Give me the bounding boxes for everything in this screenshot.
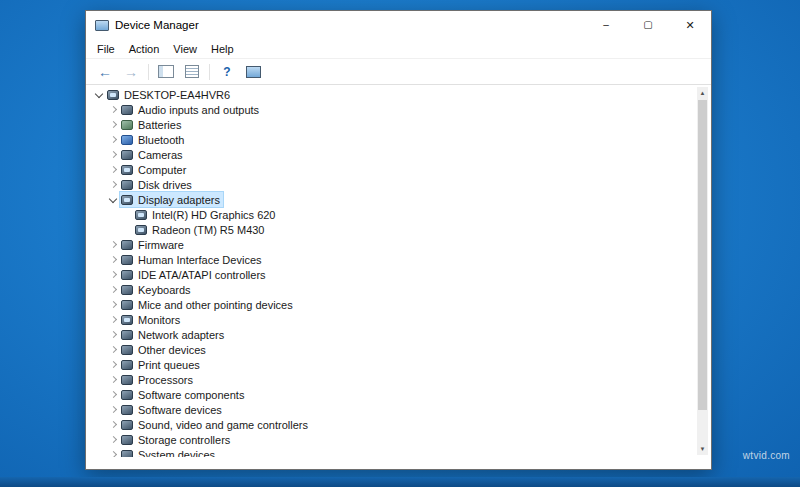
back-button[interactable] xyxy=(93,62,117,82)
chevron-collapsed-icon[interactable] xyxy=(108,405,120,415)
help-button[interactable] xyxy=(215,62,239,82)
tree-item-label: IDE ATA/ATAPI controllers xyxy=(138,269,266,281)
menu-item-view[interactable]: View xyxy=(166,41,204,57)
tree-item[interactable]: Sound, video and game controllers xyxy=(86,417,711,432)
tree-item[interactable]: Bluetooth xyxy=(86,132,711,147)
scroll-up-icon[interactable]: ▲ xyxy=(697,87,708,99)
tree-item[interactable]: Human Interface Devices xyxy=(86,252,711,267)
tree-item[interactable]: Radeon (TM) R5 M430 xyxy=(86,222,711,237)
tree-item-content[interactable]: IDE ATA/ATAPI controllers xyxy=(120,267,269,282)
tree-item[interactable]: Audio inputs and outputs xyxy=(86,102,711,117)
tree-item-content[interactable]: Software components xyxy=(120,387,247,402)
tree-item-content[interactable]: Sound, video and game controllers xyxy=(120,417,311,432)
chevron-expanded-icon[interactable] xyxy=(108,195,120,205)
monitor-icon xyxy=(121,315,133,325)
tree-item-content[interactable]: Disk drives xyxy=(120,177,195,192)
scan-hardware-button[interactable] xyxy=(241,62,265,82)
tree-item-content[interactable]: Storage controllers xyxy=(120,432,233,447)
chevron-collapsed-icon[interactable] xyxy=(108,420,120,430)
tree-item[interactable]: Software components xyxy=(86,387,711,402)
tree-item-content[interactable]: Other devices xyxy=(120,342,209,357)
tree-item[interactable]: Mice and other pointing devices xyxy=(86,297,711,312)
tree-item[interactable]: Keyboards xyxy=(86,282,711,297)
chevron-collapsed-icon[interactable] xyxy=(108,135,120,145)
tree-item[interactable]: Cameras xyxy=(86,147,711,162)
chevron-collapsed-icon[interactable] xyxy=(108,120,120,130)
chevron-collapsed-icon[interactable] xyxy=(108,165,120,175)
tree-item[interactable]: Other devices xyxy=(86,342,711,357)
tree-item[interactable]: Intel(R) HD Graphics 620 xyxy=(86,207,711,222)
desktop: Device Manager – ▢ ✕ FileActionViewHelp … xyxy=(0,0,800,487)
tree-item[interactable]: Disk drives xyxy=(86,177,711,192)
tree-item-content[interactable]: Computer xyxy=(120,162,189,177)
tree-item[interactable]: Print queues xyxy=(86,357,711,372)
tree-item[interactable]: Display adapters xyxy=(86,192,711,207)
chevron-collapsed-icon[interactable] xyxy=(108,300,120,310)
chevron-collapsed-icon[interactable] xyxy=(108,255,120,265)
tree-item-content[interactable]: Print queues xyxy=(120,357,203,372)
tree-item[interactable]: Processors xyxy=(86,372,711,387)
chevron-collapsed-icon[interactable] xyxy=(108,330,120,340)
tree-item-content[interactable]: Processors xyxy=(120,372,196,387)
tree-item-content[interactable]: DESKTOP-EA4HVR6 xyxy=(106,87,233,102)
tree-item[interactable]: Network adapters xyxy=(86,327,711,342)
device-manager-window: Device Manager – ▢ ✕ FileActionViewHelp … xyxy=(85,10,712,470)
minimize-button[interactable]: – xyxy=(585,11,627,39)
tree-item[interactable]: Firmware xyxy=(86,237,711,252)
properties-button[interactable] xyxy=(180,62,204,82)
tree-item[interactable]: Software devices xyxy=(86,402,711,417)
scroll-down-icon[interactable]: ▼ xyxy=(697,443,708,455)
tree-item-content[interactable]: Network adapters xyxy=(120,327,227,342)
chevron-collapsed-icon[interactable] xyxy=(108,150,120,160)
tree-item[interactable]: System devices xyxy=(86,447,711,457)
tree-item-selected[interactable]: Display adapters xyxy=(120,192,223,207)
tree-item-content[interactable]: System devices xyxy=(120,447,218,457)
tree-item-content[interactable]: Monitors xyxy=(120,312,183,327)
chevron-collapsed-icon[interactable] xyxy=(108,345,120,355)
tree-item[interactable]: Computer xyxy=(86,162,711,177)
tree-item-label: Intel(R) HD Graphics 620 xyxy=(152,209,276,221)
tree-item-content[interactable]: Keyboards xyxy=(120,282,194,297)
tree-item-content[interactable]: Audio inputs and outputs xyxy=(120,102,262,117)
chevron-collapsed-icon[interactable] xyxy=(108,285,120,295)
chevron-collapsed-icon[interactable] xyxy=(108,435,120,445)
scrollbar-thumb[interactable] xyxy=(698,100,707,410)
software-component-icon xyxy=(121,390,133,400)
chevron-collapsed-icon[interactable] xyxy=(108,180,120,190)
tree-item[interactable]: IDE ATA/ATAPI controllers xyxy=(86,267,711,282)
tree-item[interactable]: DESKTOP-EA4HVR6 xyxy=(86,87,711,102)
chevron-expanded-icon[interactable] xyxy=(94,90,106,100)
chevron-collapsed-icon[interactable] xyxy=(108,390,120,400)
window-footer xyxy=(86,457,711,469)
chevron-collapsed-icon[interactable] xyxy=(108,270,120,280)
tree-item-content[interactable]: Software devices xyxy=(120,402,225,417)
show-console-tree-button[interactable] xyxy=(154,62,178,82)
title-bar[interactable]: Device Manager – ▢ ✕ xyxy=(86,11,711,39)
tree-item-content[interactable]: Radeon (TM) R5 M430 xyxy=(134,222,268,237)
tree-item-content[interactable]: Firmware xyxy=(120,237,187,252)
chevron-collapsed-icon[interactable] xyxy=(108,105,120,115)
chevron-collapsed-icon[interactable] xyxy=(108,360,120,370)
chevron-collapsed-icon[interactable] xyxy=(108,450,120,458)
tree-item[interactable]: Monitors xyxy=(86,312,711,327)
forward-button[interactable] xyxy=(119,62,143,82)
tree-item-content[interactable]: Cameras xyxy=(120,147,186,162)
menu-item-help[interactable]: Help xyxy=(204,41,241,57)
chevron-collapsed-icon[interactable] xyxy=(108,315,120,325)
menu-item-file[interactable]: File xyxy=(90,41,122,57)
menu-item-action[interactable]: Action xyxy=(122,41,167,57)
chevron-collapsed-icon[interactable] xyxy=(108,375,120,385)
tree-item-content[interactable]: Bluetooth xyxy=(120,132,187,147)
tree-item[interactable]: Batteries xyxy=(86,117,711,132)
tree-item-content[interactable]: Intel(R) HD Graphics 620 xyxy=(134,207,279,222)
close-button[interactable]: ✕ xyxy=(669,11,711,39)
vertical-scrollbar[interactable]: ▲ ▼ xyxy=(697,87,708,455)
storage-controller-icon xyxy=(121,435,133,445)
tree-item-content[interactable]: Batteries xyxy=(120,117,184,132)
tree-item[interactable]: Storage controllers xyxy=(86,432,711,447)
tree-item-content[interactable]: Human Interface Devices xyxy=(120,252,265,267)
chevron-collapsed-icon[interactable] xyxy=(108,240,120,250)
maximize-button[interactable]: ▢ xyxy=(627,11,669,39)
tree-item-label: Disk drives xyxy=(138,179,192,191)
tree-item-content[interactable]: Mice and other pointing devices xyxy=(120,297,296,312)
